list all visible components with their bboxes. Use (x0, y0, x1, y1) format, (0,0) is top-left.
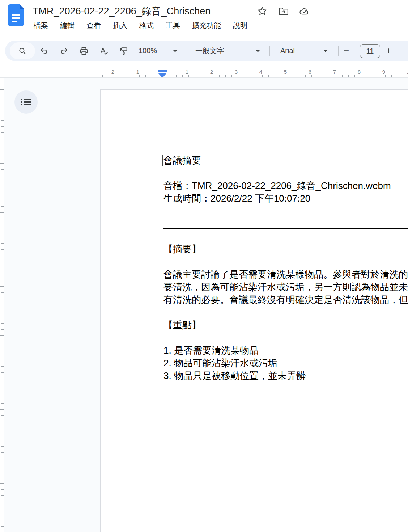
toolbar-divider (269, 46, 270, 56)
doc-line[interactable]: ________________________________________… (163, 218, 408, 230)
menu-edit[interactable]: 編輯 (60, 21, 75, 30)
menu-help[interactable]: 說明 (233, 21, 247, 30)
font-dropdown-arrow-icon[interactable] (323, 50, 328, 52)
paint-format-button[interactable] (119, 41, 128, 61)
header: TMR_2026-02-22_2206_錄音_Chrischen 檔案 編輯 查… (0, 0, 408, 40)
redo-button[interactable] (59, 41, 69, 61)
increase-font-size-button[interactable]: + (386, 41, 391, 61)
doc-line[interactable]: 音檔：TMR_2026-02-22_2206_錄音_Chrischen.webm (163, 180, 408, 192)
paint-format-icon (119, 46, 128, 56)
print-icon (79, 46, 89, 56)
menu-format[interactable]: 格式 (139, 21, 154, 30)
ruler-number: 2 (111, 69, 114, 75)
page-content: 會議摘要音檔：TMR_2026-02-22_2206_錄音_Chrischen.… (163, 154, 408, 382)
plus-icon: + (386, 45, 391, 56)
doc-line[interactable] (163, 306, 408, 319)
ruler-number: 1 (186, 69, 188, 75)
doc-line[interactable]: 【重點】 (163, 319, 408, 332)
redo-icon (59, 46, 69, 56)
menubar: 檔案 編輯 查看 插入 格式 工具 擴充功能 說明 (34, 21, 247, 30)
spellcheck-icon (99, 46, 109, 56)
doc-line[interactable]: 會議主要討論了是否需要清洗某樣物品。參與者對於清洗的 (163, 268, 408, 281)
toolbar-divider (338, 46, 339, 56)
ruler-number: 5 (284, 69, 287, 75)
doc-line[interactable] (163, 230, 408, 243)
menu-tools[interactable]: 工具 (166, 21, 180, 30)
move-folder-icon[interactable] (278, 6, 289, 17)
ruler-ticks (102, 75, 408, 77)
ruler-number: 7 (333, 69, 336, 75)
toolbar-divider (403, 46, 403, 56)
doc-line[interactable]: 1. 是否需要清洗某物品 (163, 344, 408, 357)
docs-logo-icon[interactable] (8, 4, 24, 26)
first-line-indent-icon[interactable] (158, 70, 167, 72)
doc-line[interactable] (163, 205, 408, 218)
doc-line[interactable]: 有清洗的必要。會議最終沒有明確決定是否清洗該物品，但 (163, 294, 408, 306)
star-icon[interactable] (257, 6, 268, 17)
ruler-number: 8 (358, 69, 361, 75)
ruler-number: 4 (259, 69, 262, 75)
doc-line[interactable]: 【摘要】 (163, 243, 408, 256)
horizontal-ruler[interactable]: 211234567891 (4, 68, 408, 77)
ruler-number: 9 (382, 69, 385, 75)
ruler-number: 6 (309, 69, 311, 75)
font-value: Arial (280, 47, 295, 55)
doc-line[interactable] (163, 332, 408, 344)
minus-icon: − (344, 45, 349, 56)
doc-line[interactable]: 3. 物品只是被移動位置，並未弄髒 (163, 370, 408, 382)
menu-insert[interactable]: 插入 (113, 21, 127, 30)
outline-list-icon (21, 98, 31, 106)
paragraph-style-value: 一般文字 (195, 46, 224, 56)
search-icon (18, 46, 27, 56)
cloud-saved-icon[interactable] (299, 6, 310, 17)
toolbar: 100% 一般文字 Arial − 11 + (5, 41, 408, 61)
vertical-ruler-ticks (0, 89, 4, 532)
text-cursor (162, 155, 163, 166)
toolbar-divider (186, 46, 186, 56)
vertical-ruler[interactable] (0, 78, 4, 532)
menu-file[interactable]: 檔案 (34, 21, 48, 30)
undo-icon (39, 46, 49, 56)
doc-line[interactable] (163, 256, 408, 268)
zoom-dropdown-arrow-icon[interactable] (173, 50, 177, 52)
show-outline-button[interactable] (14, 90, 38, 114)
decrease-font-size-button[interactable]: − (344, 41, 349, 61)
doc-line[interactable] (163, 167, 408, 180)
doc-line[interactable]: 會議摘要 (163, 154, 408, 167)
ruler-number: 2 (210, 69, 213, 75)
document-area: 會議摘要音檔：TMR_2026-02-22_2206_錄音_Chrischen.… (0, 77, 408, 532)
menu-view[interactable]: 查看 (86, 21, 101, 30)
ruler-number: 3 (235, 69, 238, 75)
zoom-select[interactable]: 100% (139, 41, 157, 61)
document-page[interactable]: 會議摘要音檔：TMR_2026-02-22_2206_錄音_Chrischen.… (100, 89, 408, 532)
doc-line[interactable]: 2. 物品可能沾染汗水或污垢 (163, 357, 408, 370)
style-dropdown-arrow-icon[interactable] (256, 50, 260, 52)
font-size-input[interactable]: 11 (360, 44, 380, 58)
spellcheck-button[interactable] (99, 41, 109, 61)
ruler-number: 1 (136, 69, 139, 75)
paragraph-style-select[interactable]: 一般文字 (195, 41, 224, 61)
doc-line[interactable]: 要清洗，因為可能沾染汗水或污垢，另一方則認為物品並未 (163, 281, 408, 294)
search-button[interactable] (10, 42, 35, 59)
doc-line[interactable]: 生成時間：2026/2/22 下午10:07:20 (163, 192, 408, 205)
print-button[interactable] (79, 41, 89, 61)
font-select[interactable]: Arial (280, 41, 295, 61)
menu-extensions[interactable]: 擴充功能 (192, 21, 221, 30)
document-title[interactable]: TMR_2026-02-22_2206_錄音_Chrischen (33, 5, 211, 18)
indent-marker[interactable] (158, 70, 167, 78)
zoom-value: 100% (139, 47, 157, 55)
undo-button[interactable] (39, 41, 49, 61)
